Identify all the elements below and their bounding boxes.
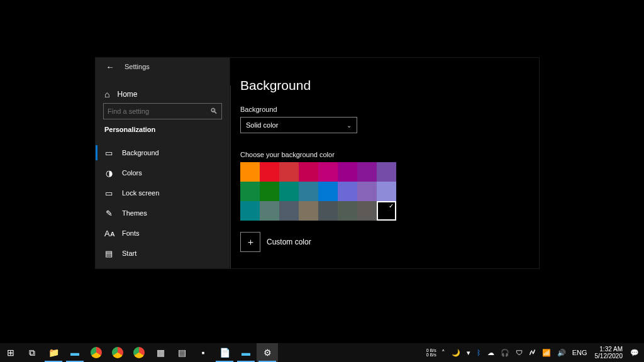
tray-icon-1[interactable]: ▾ [465, 349, 472, 357]
color-swatch[interactable] [318, 201, 338, 221]
sidebar-item-colors[interactable]: ◑Colors [96, 163, 230, 183]
sidebar-item-fonts[interactable]: AᴀFonts [96, 223, 230, 243]
chrome-icon [133, 347, 145, 358]
app-icon: ▤ [178, 348, 186, 358]
color-swatch[interactable] [338, 162, 357, 182]
gear-icon: ⚙ [264, 348, 272, 358]
color-swatch[interactable] [260, 162, 279, 182]
headphones-icon[interactable]: 🎧 [499, 349, 511, 357]
battery-icon[interactable]: 🗲 [528, 349, 537, 356]
onedrive-icon[interactable]: ☁ [486, 349, 496, 357]
color-swatch[interactable] [299, 182, 318, 201]
color-swatch[interactable] [299, 201, 318, 221]
moon-icon[interactable]: 🌙 [450, 349, 462, 357]
color-swatch[interactable] [377, 162, 396, 182]
notification-icon[interactable]: 💬 [629, 349, 640, 357]
sidebar-item-label: Fonts [122, 229, 140, 237]
lock-screen-icon: ▭ [104, 189, 113, 198]
task-view-button[interactable]: ⧉ [21, 343, 43, 362]
color-swatch[interactable] [318, 182, 338, 201]
app-icon: ▬ [242, 348, 250, 358]
colors-icon: ◑ [104, 168, 113, 178]
color-swatch[interactable] [240, 182, 260, 201]
color-swatch[interactable] [279, 162, 299, 182]
task-view-icon: ⧉ [29, 348, 35, 358]
app-task-2[interactable]: ▦ [150, 343, 171, 362]
sidebar-item-lock-screen[interactable]: ▭Lock screen [96, 183, 230, 203]
color-swatch[interactable] [260, 182, 279, 201]
color-swatch[interactable] [377, 201, 396, 221]
taskbar-tray: 0 B/s 0 B/s ˄ 🌙 ▾ ᛒ ☁ 🎧 🛡 🗲 📶 🔊 ENG 1:32… [426, 343, 644, 362]
color-swatch[interactable] [357, 162, 377, 182]
main-content: Background Background Solid color ⌄ Choo… [230, 58, 539, 268]
custom-color-row: ＋ Custom color [240, 232, 529, 252]
color-swatch[interactable] [338, 201, 357, 221]
arrow-left-icon: ← [106, 62, 114, 72]
chrome-task-2[interactable] [107, 343, 128, 362]
settings-window: ─ ▢ ✕ ← Settings ⌂ Home 🔍︎ Personalizati… [96, 58, 539, 268]
taskbar: ⊞ ⧉ 📁 ▬ ▦ ▤ ▪ 📄 ▬ ⚙ 0 B/s 0 B/s ˄ 🌙 ▾ ᛒ … [0, 343, 644, 362]
color-swatch[interactable] [357, 182, 377, 201]
chrome-task-1[interactable] [86, 343, 107, 362]
security-icon[interactable]: 🛡 [514, 349, 524, 356]
file-explorer-task[interactable]: 📁 [43, 343, 64, 362]
color-swatch[interactable] [299, 162, 318, 182]
color-swatch[interactable] [318, 162, 338, 182]
start-button[interactable]: ⊞ [0, 343, 21, 362]
language-indicator[interactable]: ENG [571, 349, 589, 356]
scrollbar-track[interactable] [230, 85, 231, 268]
custom-color-button[interactable]: ＋ [240, 232, 260, 252]
background-dropdown[interactable]: Solid color ⌄ [240, 117, 357, 133]
net-down: 0 B/s [426, 353, 436, 357]
color-swatch[interactable] [279, 182, 299, 201]
chevron-down-icon: ⌄ [347, 122, 352, 129]
chrome-icon [112, 347, 123, 358]
app-icon: ▦ [157, 348, 165, 358]
sidebar-nav: ▭Background◑Colors▭Lock screen✎ThemesAᴀF… [96, 143, 230, 263]
sidebar-item-start[interactable]: ▤Start [96, 243, 230, 263]
app-task-4[interactable]: 📄 [214, 343, 235, 362]
bluetooth-icon[interactable]: ᛒ [475, 349, 482, 356]
color-swatch[interactable] [279, 201, 299, 221]
sidebar-item-themes[interactable]: ✎Themes [96, 203, 230, 223]
wifi-icon[interactable]: 📶 [541, 349, 552, 357]
dropdown-value: Solid color [246, 121, 278, 129]
color-swatch[interactable] [240, 162, 260, 182]
chrome-icon [91, 347, 102, 358]
sidebar: ← Settings ⌂ Home 🔍︎ Personalization ▭Ba… [96, 58, 230, 268]
color-swatch[interactable] [338, 182, 357, 201]
sidebar-item-label: Start [122, 250, 136, 257]
back-button[interactable]: ← [96, 58, 125, 75]
chrome-task-3[interactable] [128, 343, 150, 362]
clock-date: 5/12/2020 [595, 353, 623, 359]
terminal-icon: ▪ [202, 348, 205, 358]
clock-time: 1:32 AM [595, 346, 623, 353]
terminal-task[interactable]: ▪ [192, 343, 214, 362]
search-input[interactable]: 🔍︎ [103, 103, 222, 119]
section-label: Personalization [104, 126, 155, 133]
network-meter[interactable]: 0 B/s 0 B/s [426, 348, 436, 357]
color-swatch[interactable] [377, 182, 396, 201]
tray-expand-icon[interactable]: ˄ [440, 349, 447, 357]
app-task-1[interactable]: ▬ [64, 343, 86, 362]
app-task-5[interactable]: ▬ [235, 343, 257, 362]
titlebar: ← Settings [96, 58, 230, 75]
sidebar-item-background[interactable]: ▭Background [96, 143, 230, 163]
sidebar-item-home[interactable]: ⌂ Home [96, 85, 230, 103]
search-field[interactable] [104, 107, 206, 115]
sidebar-item-label: Themes [122, 209, 147, 217]
settings-task[interactable]: ⚙ [257, 343, 278, 362]
sidebar-item-label: Background [122, 149, 159, 156]
color-swatch-grid [240, 162, 396, 221]
volume-icon[interactable]: 🔊 [556, 349, 567, 357]
app-task-3[interactable]: ▤ [171, 343, 192, 362]
color-swatch[interactable] [357, 201, 377, 221]
background-icon: ▭ [104, 148, 113, 158]
page-title: Background [240, 78, 529, 93]
color-swatch[interactable] [260, 201, 279, 221]
custom-color-label: Custom color [267, 238, 311, 246]
sidebar-item-label: Colors [122, 169, 142, 177]
color-swatch[interactable] [240, 201, 260, 221]
taskbar-clock[interactable]: 1:32 AM 5/12/2020 [592, 346, 626, 359]
search-icon: 🔍︎ [206, 107, 221, 116]
